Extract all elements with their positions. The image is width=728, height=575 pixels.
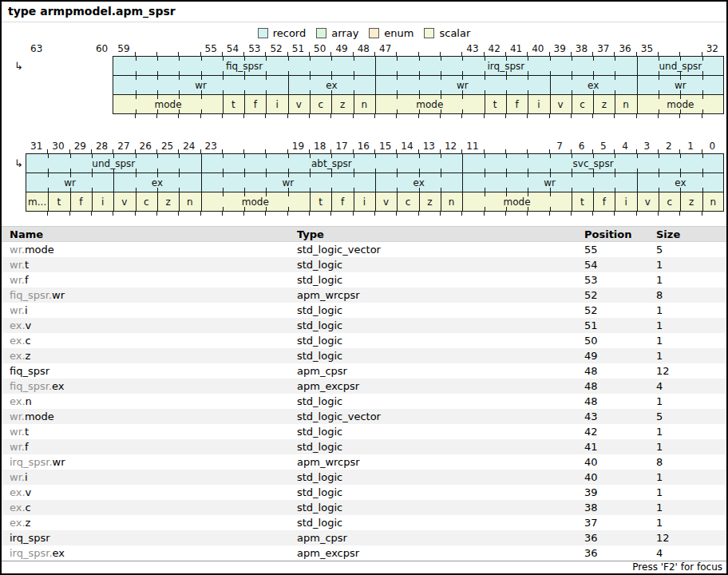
diagram-row: wrexwrexwr <box>113 75 724 95</box>
field-cell-c[interactable]: c <box>659 192 680 211</box>
table-row[interactable]: ex.cstd_logic381 <box>2 500 726 515</box>
table-row[interactable]: wr.istd_logic401 <box>2 470 726 485</box>
field-cell-z[interactable]: z <box>593 95 615 113</box>
field-separator <box>506 95 507 113</box>
table-row[interactable]: wr.istd_logic521 <box>2 303 726 318</box>
table-row[interactable]: wr.tstd_logic541 <box>2 257 726 272</box>
bit-tick <box>550 57 551 61</box>
table-row[interactable]: wr.modestd_logic_vector435 <box>2 409 726 424</box>
bit-tick <box>679 212 680 216</box>
bit-tick <box>702 57 703 61</box>
field-cell-f[interactable]: f <box>70 192 92 211</box>
field-cell-i[interactable]: i <box>615 192 636 211</box>
bit-tick <box>70 154 71 158</box>
field-cell-f[interactable]: f <box>331 192 353 211</box>
bit-number: 41 <box>505 43 527 54</box>
size-cell: 1 <box>656 485 663 500</box>
table-row[interactable]: ex.zstd_logic491 <box>2 348 726 363</box>
field-cell-i[interactable]: i <box>354 192 375 211</box>
bit-tick <box>179 76 180 80</box>
table-row[interactable]: fiq_spsr.exapm_excpsr484 <box>2 379 726 394</box>
scalar-color-swatch <box>424 28 434 38</box>
field-cell-v[interactable]: v <box>375 192 397 211</box>
field-cell-i[interactable]: i <box>92 192 113 211</box>
bit-tick <box>201 76 202 80</box>
table-row[interactable]: ex.vstd_logic391 <box>2 485 726 500</box>
field-cell-m[interactable]: m... <box>26 192 48 211</box>
bit-tick <box>680 76 681 80</box>
field-cell-mode[interactable]: mode <box>375 95 485 113</box>
bit-tick <box>702 212 702 216</box>
field-cell-i[interactable]: i <box>266 95 287 113</box>
position-cell: 40 <box>584 470 598 485</box>
field-cell-mode[interactable]: mode <box>113 95 223 113</box>
field-cell-z[interactable]: z <box>419 192 441 211</box>
size-cell: 8 <box>656 454 663 470</box>
table-row[interactable]: wr.tstd_logic421 <box>2 424 726 439</box>
field-cell-t[interactable]: t <box>485 95 506 113</box>
field-cell-z[interactable]: z <box>680 192 702 211</box>
table-row[interactable]: wr.fstd_logic531 <box>2 272 726 288</box>
table-row[interactable]: ex.vstd_logic511 <box>2 318 726 333</box>
field-cell-n[interactable]: n <box>702 192 724 211</box>
field-cell-c[interactable]: c <box>136 192 157 211</box>
field-cell-n[interactable]: n <box>354 95 375 113</box>
bit-tick <box>244 192 245 196</box>
table-row[interactable]: irq_spsr.exapm_excpsr364 <box>2 545 726 561</box>
field-cell-v[interactable]: v <box>550 95 572 113</box>
field-cell-f[interactable]: f <box>244 95 266 113</box>
field-cell-n[interactable]: n <box>179 192 200 211</box>
size-cell: 5 <box>656 242 663 257</box>
field-separator <box>266 95 267 113</box>
field-cell-t[interactable]: t <box>310 192 331 211</box>
field-cell-v[interactable]: v <box>113 192 135 211</box>
name-prefix: irq_spsr. <box>10 547 53 559</box>
field-cell-i[interactable]: i <box>528 95 549 113</box>
table-row[interactable]: wr.modestd_logic_vector555 <box>2 242 726 257</box>
diagram-row: und_spsrabt_spsrsvc_spsr <box>26 153 724 173</box>
type-cell: std_logic <box>297 439 342 454</box>
field-cell-f[interactable]: f <box>593 192 615 211</box>
table-row[interactable]: fiq_spsrapm_cpsr4812 <box>2 363 726 379</box>
field-cell-f[interactable]: f <box>506 95 528 113</box>
field-cell-v[interactable]: v <box>637 192 659 211</box>
field-separator <box>680 192 681 211</box>
bit-tick <box>179 95 180 99</box>
type-cell: std_logic_vector <box>297 242 381 257</box>
table-row[interactable]: wr.fstd_logic411 <box>2 439 726 454</box>
field-separator <box>528 95 528 113</box>
bit-tick <box>680 57 681 61</box>
bit-tick <box>528 57 528 61</box>
bit-tick <box>374 212 375 216</box>
table-row[interactable]: ex.nstd_logic481 <box>2 394 726 409</box>
table-row[interactable]: irq_spsr.wrapm_wrcpsr408 <box>2 454 726 470</box>
bit-number: 50 <box>309 43 330 54</box>
field-cell-c[interactable]: c <box>310 95 331 113</box>
field-cell-z[interactable]: z <box>331 95 353 113</box>
field-separator <box>637 76 638 94</box>
type-cell: std_logic <box>297 318 342 333</box>
bit-tick <box>506 76 507 80</box>
name-prefix: ex. <box>10 319 26 331</box>
field-cell-t[interactable]: t <box>48 192 69 211</box>
field-cell-t[interactable]: t <box>572 192 593 211</box>
field-cell-t[interactable]: t <box>223 95 244 113</box>
field-cell-z[interactable]: z <box>157 192 179 211</box>
name-leaf: n <box>26 395 32 407</box>
field-cell-mode[interactable]: mode <box>201 192 311 211</box>
field-cell-n[interactable]: n <box>441 192 462 211</box>
table-row[interactable]: irq_spsrapm_cpsr3612 <box>2 530 726 545</box>
table-row[interactable]: ex.cstd_logic501 <box>2 333 726 348</box>
bit-tick <box>440 114 441 118</box>
field-cell-c[interactable]: c <box>572 95 593 113</box>
bit-tick <box>136 154 136 158</box>
field-cell-v[interactable]: v <box>288 95 310 113</box>
field-cell-mode[interactable]: mode <box>462 192 572 211</box>
table-row[interactable]: fiq_spsr.wrapm_wrcpsr528 <box>2 288 726 303</box>
bit-tick <box>91 212 92 216</box>
field-cell-n[interactable]: n <box>615 95 636 113</box>
table-row[interactable]: ex.zstd_logic371 <box>2 515 726 530</box>
bit-tick <box>156 114 157 118</box>
bit-tick <box>571 212 572 216</box>
field-cell-c[interactable]: c <box>397 192 418 211</box>
